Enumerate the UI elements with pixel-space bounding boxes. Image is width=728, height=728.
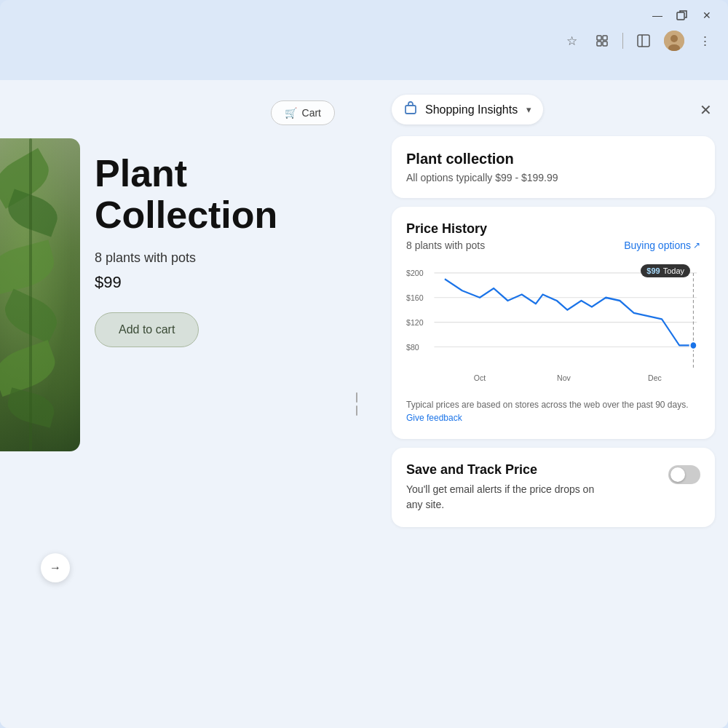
- product-price: $99: [95, 273, 320, 292]
- svg-text:$80: $80: [406, 342, 419, 352]
- cart-icon: 🛒: [285, 107, 297, 119]
- insights-panel: Shopping Insights ▾ ✕ Plant collection A…: [379, 80, 728, 728]
- plant-collection-card-subtitle: All options typically $99 - $199.99: [406, 172, 700, 183]
- bookmark-icon[interactable]: ☆: [561, 31, 582, 51]
- more-icon[interactable]: ⋮: [695, 31, 715, 51]
- product-image: [0, 138, 80, 451]
- external-link-icon: ↗: [693, 240, 700, 250]
- price-history-subtitle-row: 8 plants with pots Buying options ↗: [406, 240, 700, 251]
- svg-rect-2: [603, 36, 607, 40]
- product-area: 🛒 Cart → Plant Collection 8 plants with …: [0, 80, 357, 728]
- browser-toolbar: ☆ ⋮: [0, 28, 728, 57]
- track-toggle[interactable]: [668, 465, 700, 484]
- price-history-chart: $99 Today $200 $160 $120 $80 Oct: [406, 261, 700, 392]
- today-label: Today: [663, 266, 684, 275]
- product-nav-arrow[interactable]: →: [41, 553, 70, 582]
- shopping-bag-icon: [403, 100, 418, 119]
- avatar[interactable]: [664, 31, 684, 51]
- today-badge: $99 Today: [641, 264, 690, 277]
- extensions-icon[interactable]: [592, 31, 612, 51]
- svg-text:Nov: Nov: [557, 373, 571, 383]
- close-button[interactable]: ✕: [699, 7, 715, 23]
- svg-point-23: [690, 341, 697, 349]
- chart-footnote: Typical prices are based on stores acros…: [406, 398, 700, 424]
- track-row: Save and Track Price You'll get email al…: [406, 462, 700, 513]
- title-bar: — ✕: [0, 0, 728, 28]
- svg-text:$200: $200: [406, 269, 424, 278]
- add-to-cart-button[interactable]: Add to cart: [95, 312, 199, 347]
- cart-label: Cart: [302, 107, 321, 119]
- svg-rect-5: [638, 35, 649, 47]
- buying-options-link[interactable]: Buying options ↗: [624, 240, 700, 251]
- panel-title-text: Shopping Insights: [425, 103, 518, 116]
- track-title: Save and Track Price: [406, 462, 610, 478]
- page-content: 🛒 Cart → Plant Collection 8 plants with …: [0, 80, 728, 728]
- plant-collection-card: Plant collection All options typically $…: [392, 136, 715, 198]
- svg-text:$160: $160: [406, 293, 424, 303]
- svg-rect-3: [597, 41, 601, 46]
- toolbar-divider: [622, 33, 623, 49]
- svg-rect-1: [597, 36, 601, 40]
- panel-header: Shopping Insights ▾ ✕: [392, 95, 715, 124]
- svg-rect-4: [603, 41, 607, 46]
- panel-title-row[interactable]: Shopping Insights ▾: [392, 95, 543, 124]
- svg-rect-10: [405, 106, 416, 114]
- give-feedback-link[interactable]: Give feedback: [406, 413, 462, 423]
- svg-text:$120: $120: [406, 317, 424, 327]
- plant-collection-card-title: Plant collection: [406, 151, 700, 167]
- track-subtitle: You'll get email alerts if the price dro…: [406, 482, 610, 513]
- svg-point-8: [670, 35, 678, 42]
- panel-chevron-icon: ▾: [526, 104, 531, 115]
- product-info: Plant Collection 8 plants with pots $99 …: [95, 153, 320, 347]
- price-history-header: Price History: [406, 221, 700, 237]
- browser-chrome: — ✕ ☆: [0, 0, 728, 80]
- price-chart-svg: $200 $160 $120 $80 Oct Nov Dec: [406, 261, 700, 392]
- product-title: Plant Collection: [95, 153, 320, 236]
- save-track-card: Save and Track Price You'll get email al…: [392, 448, 715, 527]
- resize-handle[interactable]: [355, 389, 359, 419]
- minimize-button[interactable]: —: [649, 7, 665, 23]
- price-history-subtitle: 8 plants with pots: [406, 240, 485, 251]
- sidebar-icon[interactable]: [633, 31, 654, 51]
- today-price: $99: [646, 266, 660, 275]
- maximize-button[interactable]: [674, 7, 690, 23]
- price-history-card: Price History 8 plants with pots Buying …: [392, 207, 715, 439]
- price-history-title: Price History: [406, 221, 487, 237]
- product-subtitle: 8 plants with pots: [95, 250, 320, 266]
- svg-rect-0: [677, 12, 684, 20]
- cart-button[interactable]: 🛒 Cart: [271, 100, 335, 125]
- svg-text:Dec: Dec: [648, 373, 662, 383]
- track-text: Save and Track Price You'll get email al…: [406, 462, 610, 513]
- svg-text:Oct: Oct: [474, 373, 486, 383]
- panel-close-button[interactable]: ✕: [697, 98, 715, 122]
